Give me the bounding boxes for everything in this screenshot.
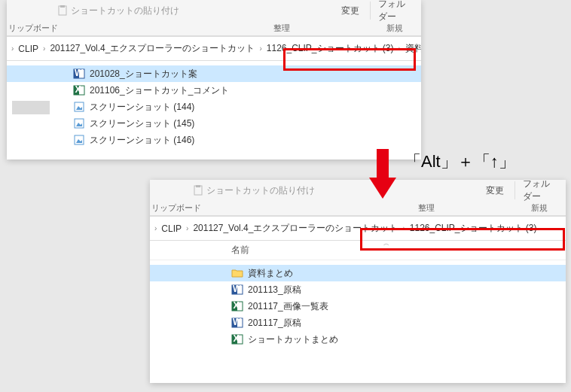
image-file-icon: [73, 101, 85, 113]
clipboard-section-label: リップボード: [7, 21, 60, 35]
word-doc-icon: W: [231, 317, 243, 329]
new-section-label: 新規: [513, 201, 566, 215]
breadcrumb-bar[interactable]: › CLIP › 201127_Vol.4_エクスプローラーのショートカット ›…: [150, 217, 566, 241]
file-name: 201117_画像一覧表: [248, 300, 328, 313]
file-list[interactable]: W 201028_ショートカット案 X 201106_ショートカット_コメント …: [7, 61, 421, 153]
file-name: 資料まとめ: [248, 267, 293, 280]
list-item[interactable]: スクリーンショット (146): [7, 132, 421, 148]
svg-rect-1: [60, 5, 65, 8]
folder-label: フォルダー: [378, 0, 411, 23]
folder-label: フォルダー: [523, 180, 555, 203]
chevron-right-icon: ›: [41, 44, 47, 53]
column-header[interactable]: 名前 ︿: [150, 241, 566, 260]
file-name: ショートカットまとめ: [248, 333, 338, 346]
rename-label: 変更: [341, 6, 359, 15]
chevron-right-icon: ›: [185, 224, 190, 232]
svg-text:X: X: [234, 300, 240, 311]
list-item[interactable]: X 201117_画像一覧表: [150, 298, 566, 315]
file-name: 201028_ショートカット案: [90, 68, 197, 81]
ribbon: ショートカットの貼り付け 変更 フォルダー リップボード 整理 新規: [150, 180, 566, 217]
file-name: 201113_原稿: [248, 284, 301, 296]
file-list[interactable]: 資料まとめ W 201113_原稿 X 201117_画像一覧表 W 20111…: [150, 260, 566, 352]
image-file-icon: [73, 134, 85, 146]
breadcrumb-item[interactable]: 201127_Vol.4_エクスプローラーのショートカット: [47, 42, 258, 55]
chevron-right-icon: ›: [10, 44, 15, 53]
name-column-label: 名前: [231, 244, 249, 257]
excel-doc-icon: X: [73, 84, 85, 96]
chevron-right-icon: ›: [397, 44, 402, 53]
list-item[interactable]: X ショートカットまとめ: [150, 331, 566, 348]
image-file-icon: [73, 117, 85, 129]
list-item[interactable]: 資料まとめ: [150, 265, 566, 281]
organize-section-label: 整理: [255, 21, 308, 35]
list-item[interactable]: W 201028_ショートカット案: [7, 65, 421, 82]
clipboard-section-label: リップボード: [150, 201, 203, 215]
breadcrumb-bar[interactable]: › CLIP › 201127_Vol.4_エクスプローラーのショートカット ›…: [7, 37, 421, 61]
breadcrumb-item[interactable]: CLIP: [158, 223, 185, 234]
list-item[interactable]: スクリーンショット (144): [7, 99, 421, 115]
new-section-label: 新規: [368, 21, 421, 35]
file-name: 201117_原稿: [248, 317, 301, 330]
svg-text:W: W: [75, 68, 84, 78]
copy-partial: [466, 189, 475, 192]
rename-button[interactable]: 変更: [333, 5, 367, 17]
paste-shortcut-button[interactable]: ショートカットの貼り付け: [188, 183, 319, 199]
paste-shortcut-label: ショートカットの貼り付け: [206, 184, 315, 197]
word-doc-icon: W: [231, 284, 243, 296]
breadcrumb-item[interactable]: 資料まとめ: [402, 42, 421, 55]
word-doc-icon: W: [73, 68, 85, 80]
file-name: 201106_ショートカット_コメント: [90, 84, 229, 97]
chevron-right-icon: ›: [258, 44, 263, 53]
organize-section-label: 整理: [400, 201, 453, 215]
file-name: スクリーンショット (144): [90, 101, 194, 114]
paste-shortcut-button[interactable]: ショートカットの貼り付け: [52, 3, 184, 19]
redaction-box: [12, 101, 50, 114]
explorer-window-before: ショートカットの貼り付け 変更 フォルダー リップボード 整理 新規 › CLI…: [7, 0, 421, 160]
ribbon: ショートカットの貼り付け 変更 フォルダー リップボード 整理 新規: [7, 0, 421, 37]
svg-text:X: X: [75, 84, 81, 95]
file-name: スクリーンショット (146): [90, 134, 194, 147]
svg-text:W: W: [233, 284, 242, 294]
paste-shortcut-label: ショートカットの貼り付け: [71, 5, 179, 17]
chevron-right-icon: ›: [401, 224, 406, 232]
rename-label: 変更: [486, 184, 504, 197]
list-item[interactable]: スクリーンショット (145): [7, 115, 421, 132]
breadcrumb-item[interactable]: 1126_CLIP_ショートカット (3): [264, 42, 397, 55]
excel-doc-icon: X: [231, 333, 243, 345]
rename-button[interactable]: 変更: [478, 183, 511, 199]
breadcrumb-item[interactable]: CLIP: [15, 44, 41, 54]
sort-indicator-icon: ︿: [383, 239, 389, 248]
list-item[interactable]: W 201117_原稿: [150, 315, 566, 331]
list-item[interactable]: W 201113_原稿: [150, 281, 566, 298]
paste-icon: [56, 5, 69, 17]
explorer-window-after: ショートカットの貼り付け 変更 フォルダー リップボード 整理 新規 › CLI…: [150, 180, 566, 383]
arrow-down-icon: [369, 149, 396, 200]
svg-text:X: X: [234, 333, 240, 344]
folder-icon: [231, 267, 243, 279]
breadcrumb-item[interactable]: 1126_CLIP_ショートカット (3): [407, 222, 540, 235]
file-name: スクリーンショット (145): [90, 117, 194, 130]
breadcrumb-item[interactable]: 201127_Vol.4_エクスプローラーのショートカット: [190, 222, 401, 235]
svg-rect-15: [196, 185, 200, 187]
shortcut-text: 「Alt」＋「↑」: [405, 150, 515, 173]
paste-icon: [192, 184, 204, 196]
excel-doc-icon: X: [231, 300, 243, 312]
list-item[interactable]: X 201106_ショートカット_コメント: [7, 82, 421, 99]
svg-text:W: W: [233, 317, 242, 327]
chevron-right-icon: ›: [153, 224, 158, 232]
